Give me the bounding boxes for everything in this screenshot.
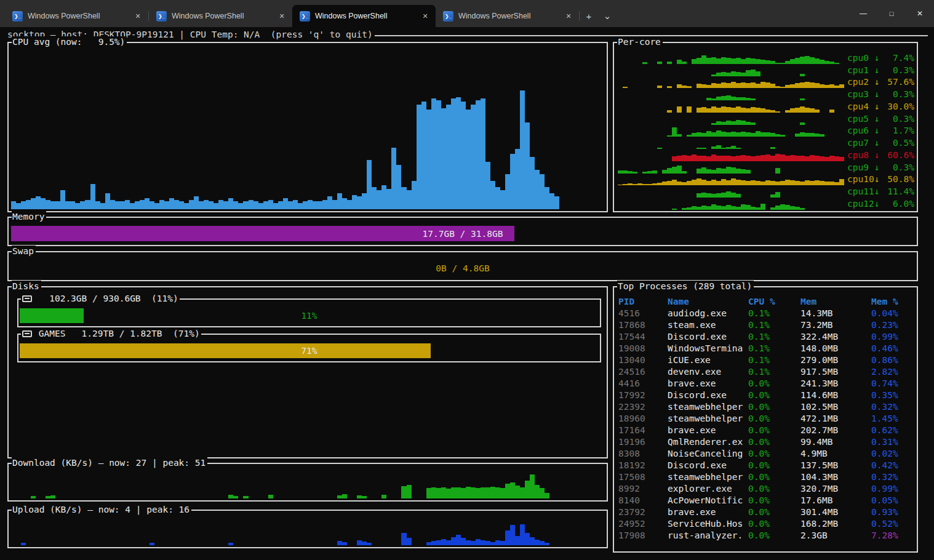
process-cell: 0.0% <box>748 495 800 506</box>
process-cell: 0.62% <box>871 425 914 436</box>
upload-title: Upload (KB/s) — now: 4 | peak: 16 <box>12 504 191 516</box>
per-core-panel: Per-core cpu0↓7.4%cpu1↓0.3%cpu2↓57.6%cpu… <box>613 42 918 212</box>
process-cell: 202.7MB <box>800 425 871 436</box>
core-label: cpu8↓60.6% <box>847 150 914 161</box>
column-header: Mem % <box>871 296 914 308</box>
process-row: 17544Discord.exe0.1%322.4MB0.99% <box>618 331 914 343</box>
swap-gauge-label: 0B / 4.8GB <box>11 263 914 274</box>
process-cell: 0.99% <box>871 483 914 495</box>
process-cell: 472.1MB <box>800 413 871 425</box>
new-tab-button[interactable]: + <box>580 7 598 25</box>
disk-games-percent-label: 71% <box>20 345 599 357</box>
tab-powershell-4[interactable]: ❯_ Windows PowerShell ✕ <box>436 5 579 27</box>
process-cell: 73.2MB <box>800 319 871 331</box>
download-title: Download (KB/s) — now: 27 | peak: 51 <box>12 457 207 469</box>
powershell-icon: ❯_ <box>443 11 453 22</box>
process-cell: NoiseCanceling <box>668 448 748 460</box>
process-cell: 99.4MB <box>800 436 871 448</box>
process-cell: 0.32% <box>871 401 914 413</box>
disk-games-gauge-panel: GAMES 1.29TB / 1.82TB (71%) 71% <box>17 334 601 362</box>
process-row: 4416brave.exe0.0%241.3MB0.74% <box>618 378 914 390</box>
column-header: Name <box>668 296 748 308</box>
terminal-content: socktop — host: DESKTOP-9P19121 | CPU Te… <box>0 27 934 560</box>
process-cell: 0.52% <box>871 518 914 530</box>
core-row-cpu9: cpu9↓0.3% <box>618 161 914 174</box>
tab-title: Windows PowerShell <box>315 12 415 20</box>
core-row-cpu10: cpu10↓50.8% <box>618 174 914 186</box>
core-label: cpu2↓57.6% <box>847 76 914 88</box>
process-cell: 17544 <box>618 331 668 343</box>
process-cell: 0.0% <box>748 530 800 542</box>
process-cell: 0.0% <box>748 518 800 530</box>
swap-panel: Swap 0B / 4.8GB <box>7 251 918 281</box>
process-cell: 0.0% <box>748 506 800 518</box>
process-cell: QmlRenderer.ex <box>668 436 748 448</box>
process-cell: 2.3GB <box>800 530 871 542</box>
maximize-button[interactable]: □ <box>877 0 906 27</box>
process-cell: 0.0% <box>748 413 800 425</box>
tab-close-icon[interactable]: ✕ <box>276 10 287 22</box>
process-cell: 8992 <box>618 483 668 495</box>
tab-close-icon[interactable]: ✕ <box>132 10 143 22</box>
tab-powershell-2[interactable]: ❯_ Windows PowerShell ✕ <box>149 5 292 27</box>
process-cell: 104.3MB <box>800 471 871 483</box>
tab-close-icon[interactable]: ✕ <box>420 10 431 22</box>
process-cell: 17868 <box>618 319 668 331</box>
tab-dropdown-button[interactable]: ⌄ <box>598 7 617 25</box>
process-cell: 114.6MB <box>800 390 871 401</box>
tab-bar: ❯_ Windows PowerShell ✕ ❯_ Windows Power… <box>0 0 934 27</box>
process-cell: devenv.exe <box>668 366 748 378</box>
core-sparkline <box>618 187 844 198</box>
core-label: cpu7↓0.5% <box>847 137 914 149</box>
tab-title: Windows PowerShell <box>172 12 271 20</box>
process-row: 18192Discord.exe0.0%137.5MB0.42% <box>618 460 914 471</box>
process-cell: 0.1% <box>748 319 800 331</box>
core-sparkline <box>618 126 844 137</box>
core-label: cpu3↓0.3% <box>847 89 914 100</box>
process-cell: 17992 <box>618 390 668 401</box>
process-cell: 17508 <box>618 471 668 483</box>
core-sparkline <box>618 151 844 161</box>
core-sparkline <box>618 78 844 88</box>
core-label: cpu5↓0.3% <box>847 113 914 125</box>
tab-close-icon[interactable]: ✕ <box>563 10 574 22</box>
process-cell: Discord.exe <box>668 460 748 471</box>
disk-c-gauge: 11% <box>20 308 599 323</box>
process-cell: 4516 <box>618 308 668 319</box>
process-row: 8140AcPowerNotific0.0%17.6MB0.05% <box>618 495 914 506</box>
core-sparkline <box>618 138 844 149</box>
download-panel: Download (KB/s) — now: 27 | peak: 51 <box>7 463 608 502</box>
process-cell: 8140 <box>618 495 668 506</box>
process-cell: brave.exe <box>668 506 748 518</box>
process-cell: brave.exe <box>668 378 748 390</box>
core-sparkline <box>618 66 844 76</box>
core-sparkline <box>618 102 844 113</box>
core-row-cpu3: cpu3↓0.3% <box>618 88 914 100</box>
tab-powershell-1[interactable]: ❯_ Windows PowerShell ✕ <box>5 5 148 27</box>
per-core-rows: cpu0↓7.4%cpu1↓0.3%cpu2↓57.6%cpu3↓0.3%cpu… <box>618 52 914 210</box>
core-sparkline <box>618 54 844 64</box>
process-cell: 18192 <box>618 460 668 471</box>
upload-chart <box>11 518 604 545</box>
hard-disk-icon <box>22 295 32 302</box>
process-cell: 0.0% <box>748 436 800 448</box>
process-cell: 148.0MB <box>800 343 871 354</box>
process-cell: ServiceHub.Hos <box>668 518 748 530</box>
terminal-window: ❯_ Windows PowerShell ✕ ❯_ Windows Power… <box>0 0 934 560</box>
close-button[interactable]: ✕ <box>906 0 934 27</box>
swap-gauge: 0B / 4.8GB <box>11 260 914 276</box>
process-cell: 4416 <box>618 378 668 390</box>
cpu-avg-title: CPU avg (now: 9.5%) <box>12 36 127 48</box>
process-row: 17868steam.exe0.1%73.2MB0.23% <box>618 319 914 331</box>
process-row: 13040iCUE.exe0.1%279.0MB0.86% <box>618 354 914 366</box>
process-cell: 301.4MB <box>800 506 871 518</box>
process-cell: 0.02% <box>871 448 914 460</box>
cpu-avg-chart <box>11 51 604 209</box>
process-cell: 23792 <box>618 506 668 518</box>
process-cell: 0.04% <box>871 308 914 319</box>
minimize-button[interactable]: — <box>849 0 877 27</box>
tab-powershell-3-active[interactable]: ❯_ Windows PowerShell ✕ <box>292 5 436 27</box>
disk-c-label: 102.3GB / 930.6GB (11%) <box>21 293 180 305</box>
core-row-cpu5: cpu5↓0.3% <box>618 113 914 125</box>
core-row-cpu7: cpu7↓0.5% <box>618 137 914 149</box>
